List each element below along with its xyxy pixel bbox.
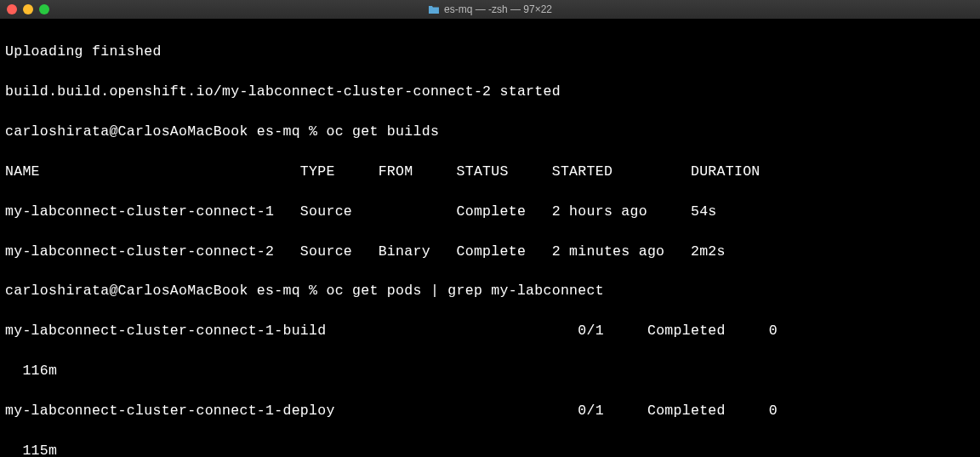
terminal-content[interactable]: Uploading finished build.build.openshift… bbox=[0, 19, 980, 457]
traffic-lights bbox=[7, 4, 49, 14]
terminal-line: my-labconnect-cluster-connect-1-deploy 0… bbox=[5, 401, 975, 420]
terminal-line: carloshirata@CarlosAoMacBook es-mq % oc … bbox=[5, 281, 975, 300]
terminal-line: my-labconnect-cluster-connect-1-build 0/… bbox=[5, 321, 975, 340]
pod-name: my-labconnect-cluster-connect-1-build bbox=[5, 323, 578, 339]
terminal-line: my-labconnect-cluster-connect-1 Source C… bbox=[5, 202, 975, 221]
pod-ready: 0/1 bbox=[578, 323, 604, 339]
terminal-line: Uploading finished bbox=[5, 42, 975, 61]
window-titlebar: es-mq — -zsh — 97×22 bbox=[0, 0, 980, 19]
minimize-button[interactable] bbox=[23, 4, 33, 14]
folder-icon bbox=[428, 5, 440, 14]
pod-restarts: 0 bbox=[769, 323, 778, 339]
terminal-line: my-labconnect-cluster-connect-2 Source B… bbox=[5, 242, 975, 261]
terminal-line: carloshirata@CarlosAoMacBook es-mq % oc … bbox=[5, 122, 975, 141]
pod-status: Completed bbox=[604, 403, 769, 419]
title-text: es-mq — -zsh — 97×22 bbox=[444, 3, 552, 15]
window-title: es-mq — -zsh — 97×22 bbox=[428, 3, 552, 15]
terminal-line: 115m bbox=[5, 441, 975, 457]
close-button[interactable] bbox=[7, 4, 17, 14]
pod-restarts: 0 bbox=[769, 403, 778, 419]
pod-status: Completed bbox=[604, 323, 769, 339]
maximize-button[interactable] bbox=[39, 4, 49, 14]
terminal-line: build.build.openshift.io/my-labconnect-c… bbox=[5, 82, 975, 101]
pod-ready: 0/1 bbox=[578, 403, 604, 419]
terminal-line: 116m bbox=[5, 361, 975, 380]
terminal-line: NAME TYPE FROM STATUS STARTED DURATION bbox=[5, 162, 975, 181]
pod-name: my-labconnect-cluster-connect-1-deploy bbox=[5, 403, 578, 419]
